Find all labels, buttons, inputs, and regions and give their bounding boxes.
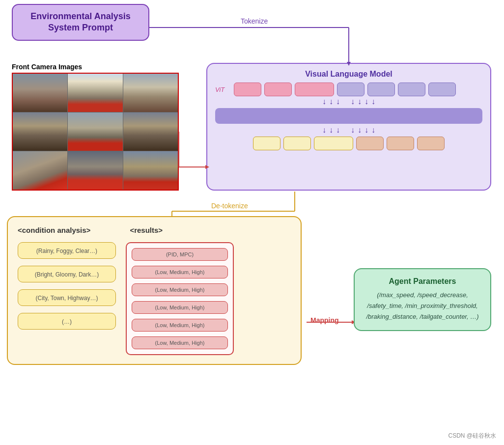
results-col-header: <results> xyxy=(130,226,163,234)
camera-cell-9 xyxy=(123,151,178,190)
llm-token-2 xyxy=(367,83,395,96)
mapping-label: Mapping xyxy=(310,316,339,324)
agent-params-list: (/max_speed, /speed_decrease, /safety_ti… xyxy=(364,290,480,322)
agent-params-title: Agent Parameters xyxy=(364,277,480,286)
bottom-columns: (Rainy, Foggy, Clear…)(Bright, Gloomy, D… xyxy=(18,242,291,355)
env-prompt-title: Environmental Analysis System Prompt xyxy=(30,11,130,32)
agent-params-box: Agent Parameters (/max_speed, /speed_dec… xyxy=(354,268,491,331)
camera-cell-7 xyxy=(13,151,67,190)
condition-column: (Rainy, Foggy, Clear…)(Bright, Gloomy, D… xyxy=(18,242,116,355)
result-item: (Low, Medium, High) xyxy=(132,336,228,349)
bottom-header: <condition analysis> <results> xyxy=(18,226,291,234)
bottom-container: <condition analysis> <results> (Rainy, F… xyxy=(7,216,302,365)
vit-token-3 xyxy=(295,83,334,96)
condition-item: (Rainy, Foggy, Clear…) xyxy=(18,242,116,259)
result-item: (Low, Medium, High) xyxy=(132,266,228,278)
result-item: (Low, Medium, High) xyxy=(132,283,228,296)
condition-item: (Bright, Gloomy, Dark…) xyxy=(18,266,116,282)
vlm-arrows-row1: ↓↓↓↓↓↓↓ xyxy=(215,97,482,106)
out-token-y1 xyxy=(253,137,280,150)
output-token-row xyxy=(215,137,482,150)
condition-item: (…) xyxy=(18,313,116,330)
env-prompt-box: Environmental Analysis System Prompt xyxy=(12,4,149,41)
vit-token-2 xyxy=(264,83,292,96)
out-token-y3 xyxy=(314,137,353,150)
camera-cell-1 xyxy=(13,74,67,112)
camera-cell-4 xyxy=(13,112,67,151)
vlm-box: Visual Language Model ViT ↓↓↓↓↓↓↓ ↓↓↓↓↓↓… xyxy=(206,63,491,191)
out-token-p2 xyxy=(387,137,414,150)
vlm-title: Visual Language Model xyxy=(215,70,482,79)
vit-token-1 xyxy=(234,83,261,96)
condition-col-header: <condition analysis> xyxy=(18,226,90,234)
llm-token-3 xyxy=(398,83,425,96)
llm-token-4 xyxy=(428,83,456,96)
out-token-y2 xyxy=(283,137,311,150)
camera-cell-6 xyxy=(123,112,178,151)
result-item: (Low, Medium, High) xyxy=(132,301,228,314)
camera-label: Front Camera Images xyxy=(12,63,82,71)
results-column: (PID, MPC)(Low, Medium, High)(Low, Mediu… xyxy=(126,242,234,355)
vlm-arrows-row2: ↓↓↓↓↓↓↓ xyxy=(215,126,482,135)
llm-bar xyxy=(215,108,482,124)
condition-item: (City, Town, Highway…) xyxy=(18,289,116,306)
camera-cell-3 xyxy=(123,74,178,112)
camera-grid xyxy=(12,73,179,191)
watermark: CSDN @硅谷秋水 xyxy=(448,432,496,440)
out-token-p1 xyxy=(356,137,384,150)
svg-text:Tokenize: Tokenize xyxy=(241,17,268,25)
llm-token-1 xyxy=(337,83,364,96)
camera-cell-5 xyxy=(68,112,122,151)
camera-cell-2 xyxy=(68,74,122,112)
result-item: (Low, Medium, High) xyxy=(132,319,228,332)
camera-cell-8 xyxy=(68,151,122,190)
svg-text:De-tokenize: De-tokenize xyxy=(211,202,248,210)
vit-label: ViT xyxy=(215,86,229,93)
result-item: (PID, MPC) xyxy=(132,248,228,261)
out-token-p3 xyxy=(417,137,445,150)
camera-grid-inner xyxy=(13,74,178,190)
